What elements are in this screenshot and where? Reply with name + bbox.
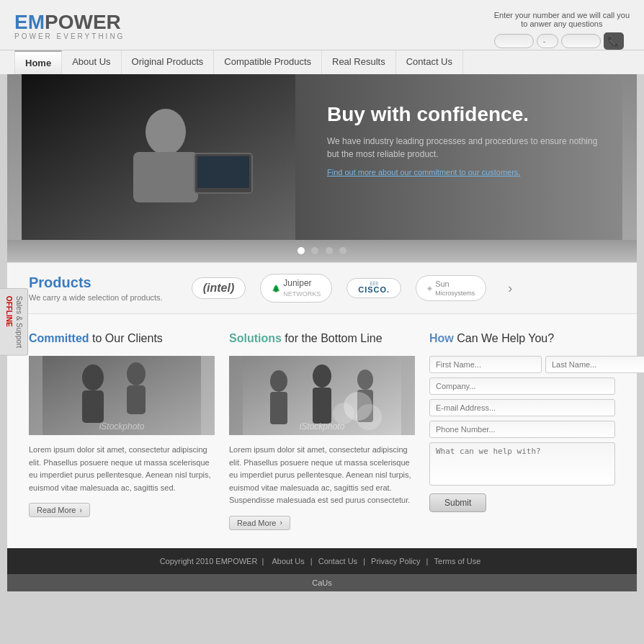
solutions-image: iStockphoto	[229, 356, 415, 435]
hero-dot-3[interactable]	[326, 247, 333, 254]
footer-link-privacy[interactable]: Privacy Policy	[371, 557, 420, 565]
committed-text: Lorem ipsum dolor sit amet, consectetur …	[29, 444, 215, 494]
call-label-line1: Enter your number and we will call you	[494, 11, 630, 19]
hero-outer: Buy with confidence. We have industry le…	[7, 74, 637, 262]
brands-next-arrow[interactable]: ›	[508, 281, 512, 296]
solutions-read-more-arrow: ›	[279, 519, 282, 527]
logo-em: EM	[14, 11, 45, 33]
committed-image-watermark: iStockphoto	[99, 421, 145, 431]
brand-cisco: ⠿⠿⠿ CISCO.	[346, 278, 401, 299]
footer-copyright: Copyright 2010 EMPOWER	[160, 557, 258, 565]
footer: Copyright 2010 EMPOWER | About Us | Cont…	[7, 548, 637, 574]
phone-dash[interactable]	[537, 34, 558, 48]
hero-dot-1[interactable]	[298, 247, 305, 254]
products-text: Products We carry a wide selection of pr…	[29, 274, 163, 302]
email-input[interactable]	[429, 399, 615, 416]
logo-area: EMPOWER POWER EVERYTHING	[14, 7, 125, 40]
svg-rect-6	[197, 156, 249, 188]
nav-item-compatible[interactable]: Compatible Products	[214, 50, 322, 74]
nav-item-home[interactable]: Home	[14, 50, 62, 74]
sun-logo: SunMicrosystems	[435, 279, 475, 297]
intel-logo: (intel)	[203, 282, 235, 295]
sidebar-tab[interactable]: Sales & Support OFFLINE	[0, 288, 28, 356]
solutions-section: Solutions for the Bottom Line	[229, 332, 415, 530]
cisco-logo: CISCO.	[358, 285, 390, 294]
call-inputs: 📞	[494, 32, 630, 50]
juniper-logo: JuniperNETWORKS	[283, 278, 321, 298]
hero-dots-bar	[7, 240, 637, 262]
contact-title-rest: Can We Help You?	[454, 332, 554, 344]
committed-read-more[interactable]: Read More ›	[29, 503, 90, 517]
cisco-wrapper: ⠿⠿⠿ CISCO.	[358, 282, 390, 295]
message-textarea[interactable]	[429, 442, 615, 486]
hero-banner: Buy with confidence. We have industry le…	[22, 74, 622, 240]
footer-link-terms[interactable]: Terms of Use	[434, 557, 481, 565]
company-row	[429, 377, 615, 395]
contact-how-highlight: How	[429, 332, 454, 344]
products-strip: Products We carry a wide selection of pr…	[7, 262, 637, 314]
hero-link[interactable]: Find out more about our commitment to ou…	[327, 168, 520, 176]
nav-item-about[interactable]: About Us	[62, 50, 121, 74]
hero-image	[22, 74, 295, 240]
sidebar-status-label: OFFLINE	[5, 296, 13, 327]
svg-point-1	[146, 109, 186, 155]
nav-item-original[interactable]: Original Products	[122, 50, 215, 74]
brands-container: (intel) 🌲 JuniperNETWORKS ⠿⠿⠿ CISCO. ◈ S…	[192, 274, 615, 303]
company-input[interactable]	[429, 377, 615, 395]
svg-point-13	[270, 370, 287, 392]
header: EMPOWER POWER EVERYTHING Enter your numb…	[0, 0, 644, 50]
nav-item-results[interactable]: Real Results	[322, 50, 396, 74]
sidebar-sales-label: Sales & Support	[15, 296, 23, 348]
hero-dot-2[interactable]	[311, 247, 318, 254]
last-name-input[interactable]	[545, 356, 644, 373]
svg-point-17	[357, 370, 373, 390]
solutions-text: Lorem ipsum dolor sit amet, consectetur …	[229, 444, 415, 507]
svg-point-21	[356, 404, 382, 430]
svg-point-15	[313, 365, 331, 388]
footer-bottom: CaUs	[7, 574, 637, 591]
main-content: Committed to Our Clients iStockphoto Lor…	[7, 314, 637, 548]
footer-bottom-text: CaUs	[312, 578, 332, 587]
solutions-image-watermark: iStockphoto	[300, 421, 345, 431]
footer-link-contact[interactable]: Contact Us	[318, 557, 357, 565]
committed-highlight: Committed	[29, 332, 89, 344]
name-row	[429, 356, 615, 373]
juniper-icon: 🌲	[272, 285, 280, 292]
phone-row	[429, 421, 615, 438]
footer-link-about[interactable]: About Us	[272, 557, 304, 565]
svg-point-10	[127, 362, 146, 385]
phone-number-input[interactable]	[561, 34, 601, 48]
solutions-title: Solutions for the Bottom Line	[229, 332, 415, 345]
committed-rest: to Our Clients	[89, 332, 163, 344]
products-title: Products	[29, 274, 163, 291]
main-nav: Home About Us Original Products Compatib…	[0, 50, 644, 74]
hero-title: Buy with confidence.	[327, 103, 601, 126]
submit-button[interactable]: Submit	[429, 493, 486, 512]
email-row	[429, 399, 615, 416]
committed-image: iStockphoto	[29, 356, 215, 435]
svg-rect-16	[313, 388, 331, 424]
hero-text-area: Buy with confidence. We have industry le…	[327, 103, 601, 177]
brand-sun: ◈ SunMicrosystems	[416, 275, 486, 301]
contact-section: How Can We Help You? Submit	[429, 332, 615, 530]
nav-item-contact[interactable]: Contact Us	[396, 50, 463, 74]
phone-area-input[interactable]	[494, 34, 534, 48]
logo-tagline: POWER EVERYTHING	[14, 32, 125, 40]
call-label-line2: to anwer any questions	[494, 19, 630, 28]
committed-section: Committed to Our Clients iStockphoto Lor…	[29, 332, 215, 530]
contact-title: How Can We Help You?	[429, 332, 615, 345]
svg-rect-9	[82, 390, 104, 423]
solutions-highlight: Solutions	[229, 332, 282, 344]
sun-icon: ◈	[427, 285, 432, 292]
phone-icon: 📞	[604, 32, 624, 50]
solutions-read-more[interactable]: Read More ›	[229, 516, 290, 530]
hero-description: We have industry leading processes and p…	[327, 135, 601, 161]
products-subtitle: We carry a wide selection of products.	[29, 293, 163, 302]
phone-input[interactable]	[429, 421, 615, 438]
brand-intel: (intel)	[192, 277, 246, 299]
call-area: Enter your number and we will call you t…	[494, 7, 630, 50]
hero-dot-4[interactable]	[339, 247, 346, 254]
svg-rect-2	[133, 152, 198, 202]
svg-rect-11	[127, 385, 146, 414]
first-name-input[interactable]	[429, 356, 542, 373]
